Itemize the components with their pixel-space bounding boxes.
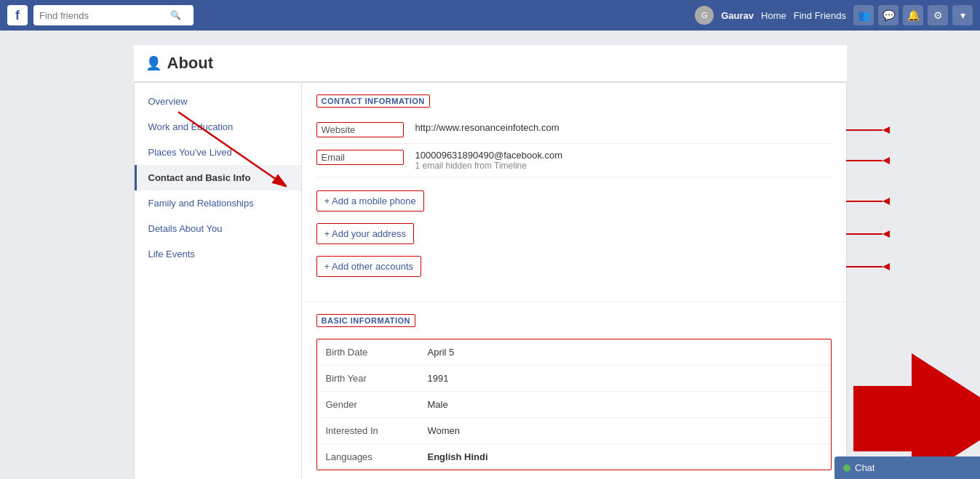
email-arrow	[846, 157, 890, 164]
topnav-right: G Gaurav Home Find Friends 👥 💬 🔔 ⚙ ▾	[695, 5, 973, 25]
sidebar-item-life-events[interactable]: Life Events	[135, 241, 301, 267]
main-row: Overview Work and Education Places You'v…	[134, 82, 847, 479]
sidebar: Overview Work and Education Places You'v…	[135, 83, 302, 479]
main-panel: CONTACT INFORMATION Website http://www.r…	[302, 83, 846, 479]
website-value: http://www.resonanceinfotech.com	[415, 122, 559, 133]
sidebar-item-family-relationships[interactable]: Family and Relationships	[135, 190, 301, 216]
email-label: Email	[316, 150, 404, 165]
add-accounts-arrow	[846, 263, 890, 270]
basic-info-table: Birth Date April 5 Birth Year 1991 Gende…	[316, 339, 832, 470]
email-value: 100009631890490@facebook.com 1 email hid…	[415, 150, 563, 171]
add-mobile-arrow	[846, 198, 890, 205]
notifications-icon[interactable]: 🔔	[903, 5, 923, 25]
find-friends-link[interactable]: Find Friends	[794, 10, 846, 21]
messages-icon[interactable]: 💬	[878, 5, 899, 25]
chat-label: Chat	[855, 462, 875, 473]
add-links-section: + Add a mobile phone + Add your address	[316, 177, 832, 290]
add-address-link[interactable]: + Add your address	[316, 223, 414, 244]
content-area: 👤 About Overview Work and Education Plac…	[134, 45, 847, 479]
avatar: G	[695, 6, 714, 25]
basic-info-row-languages: Languages English Hindi	[317, 444, 831, 470]
username-label[interactable]: Gaurav	[721, 10, 754, 21]
topnav-icons: 👥 💬 🔔 ⚙ ▾	[853, 5, 973, 25]
add-address-arrow	[846, 230, 890, 238]
basic-section: BASIC INFORMATION Birth Date April 5 Bir…	[302, 302, 846, 479]
about-header: 👤 About	[134, 45, 847, 82]
facebook-logo: f	[7, 5, 28, 25]
contact-section: CONTACT INFORMATION Website http://www.r…	[302, 83, 846, 302]
sidebar-item-contact-basic[interactable]: Contact and Basic Info	[135, 165, 301, 190]
website-row: Website http://www.resonanceinfotech.com	[316, 116, 832, 144]
sidebar-item-places-lived[interactable]: Places You've Lived	[135, 140, 301, 165]
basic-info-row-gender: Gender Male	[317, 392, 831, 418]
email-row: Email 100009631890490@facebook.com 1 ema…	[316, 144, 832, 177]
about-icon: 👤	[146, 55, 162, 71]
sidebar-item-overview[interactable]: Overview	[135, 89, 301, 114]
page-wrapper: 👤 About Overview Work and Education Plac…	[0, 31, 980, 479]
friends-icon[interactable]: 👥	[853, 5, 874, 25]
add-mobile-link[interactable]: + Add a mobile phone	[316, 190, 424, 212]
basic-info-row-interested-in: Interested In Women	[317, 418, 831, 444]
search-box[interactable]: 🔍	[33, 5, 194, 25]
basic-info-row-birthyear: Birth Year 1991	[317, 366, 831, 392]
website-label: Website	[316, 122, 404, 137]
contact-section-title: CONTACT INFORMATION	[316, 94, 430, 108]
sidebar-item-details-about[interactable]: Details About You	[135, 216, 301, 241]
chat-bar[interactable]: Chat	[834, 456, 980, 479]
home-link[interactable]: Home	[761, 10, 786, 21]
website-arrow	[846, 126, 890, 134]
top-navigation: f 🔍 G Gaurav Home Find Friends 👥 💬 🔔 ⚙ ▾	[0, 0, 980, 31]
chat-online-dot	[843, 464, 850, 472]
settings-icon[interactable]: ⚙	[928, 5, 948, 25]
sidebar-item-work-education[interactable]: Work and Education	[135, 114, 301, 140]
add-accounts-link[interactable]: + Add other accounts	[316, 256, 422, 277]
dropdown-icon[interactable]: ▾	[952, 5, 973, 25]
basic-info-row-birthdate: Birth Date April 5	[317, 339, 831, 366]
search-icon: 🔍	[170, 10, 181, 20]
basic-section-title: BASIC INFORMATION	[316, 314, 416, 327]
about-title: About	[167, 54, 214, 73]
search-input[interactable]	[39, 10, 170, 21]
